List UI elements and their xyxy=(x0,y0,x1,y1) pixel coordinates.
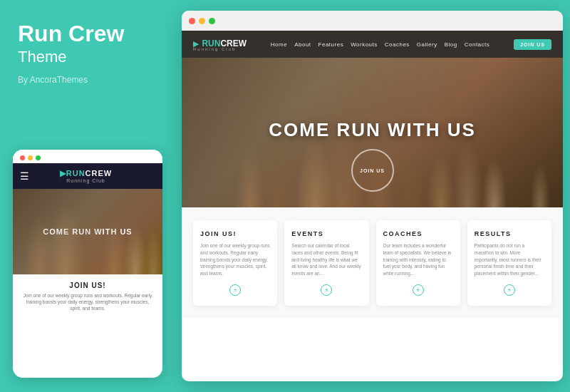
card-coaches: COACHES Our team includes a wonderful te… xyxy=(376,220,460,306)
card-results: RESULTS Participants do not run a marath… xyxy=(467,220,551,306)
card-events-title: EVENTS xyxy=(291,230,361,237)
brand-title: Run Crew Theme xyxy=(18,21,157,66)
titlebar-dot-yellow xyxy=(199,18,205,24)
nav-link-contacts[interactable]: Contacts xyxy=(465,41,490,48)
nav-link-features[interactable]: Features xyxy=(318,41,344,48)
desktop-logo: ▶ RUNCREW Running Club xyxy=(193,37,247,51)
desktop-mockup: ▶ RUNCREW Running Club Home About Featur… xyxy=(182,11,563,381)
cards-section: JOIN US! Join one of our weekly group ru… xyxy=(182,207,563,319)
mobile-hero: COME RUN WITH US xyxy=(13,189,162,274)
titlebar-dot-red xyxy=(189,18,195,24)
card-events-icon-row: + xyxy=(291,284,361,296)
desktop-titlebar xyxy=(182,11,563,31)
nav-link-home[interactable]: Home xyxy=(271,41,287,48)
mobile-nav: ☰ ▶RUNCREW Running Club xyxy=(13,163,162,189)
hero-title: COME RUN WITH US xyxy=(269,119,476,141)
mobile-join-text: Join one of our weekly group runs and wo… xyxy=(21,292,154,311)
titlebar-dot-green xyxy=(209,18,215,24)
mobile-dot-yellow xyxy=(28,155,33,160)
card-join-icon-row: + xyxy=(200,284,270,296)
nav-link-gallery[interactable]: Gallery xyxy=(417,41,437,48)
nav-link-about[interactable]: About xyxy=(294,41,311,48)
card-coaches-icon-row: + xyxy=(383,284,453,296)
left-panel: Run Crew Theme By AncoraThemes ☰ ▶RUNCRE… xyxy=(0,0,175,392)
desktop-hero: COME RUN WITH US JOIN US xyxy=(182,58,563,207)
card-join-title: JOIN US! xyxy=(200,230,270,237)
hero-join-button[interactable]: JOIN US xyxy=(351,149,394,192)
card-join-icon[interactable]: + xyxy=(229,284,241,296)
card-results-title: RESULTS xyxy=(475,230,544,237)
card-coaches-title: COACHES xyxy=(383,230,453,237)
card-results-icon-row: + xyxy=(475,284,544,296)
card-coaches-icon[interactable]: + xyxy=(413,284,424,296)
mobile-dot-red xyxy=(20,155,25,160)
mobile-titlebar xyxy=(13,150,162,163)
mobile-join-section: JOIN US! Join one of our weekly group ru… xyxy=(13,274,162,319)
card-coaches-text: Our team includes a wonderful team of sp… xyxy=(383,242,453,277)
desktop-cta-button[interactable]: JOIN US xyxy=(514,39,551,50)
mobile-join-title: JOIN US! xyxy=(21,282,154,289)
mobile-tagline: Running Club xyxy=(60,178,112,183)
card-events-text: Search our calendar of local races and o… xyxy=(291,242,361,277)
card-events-icon[interactable]: + xyxy=(321,284,332,296)
brand-by: By AncoraThemes xyxy=(18,75,157,85)
desktop-nav-links: Home About Features Workouts Coaches Gal… xyxy=(271,41,489,48)
card-events: EVENTS Search our calendar of local race… xyxy=(284,220,368,306)
hamburger-icon[interactable]: ☰ xyxy=(20,170,29,182)
mobile-hero-bg xyxy=(13,189,162,274)
nav-link-coaches[interactable]: Coaches xyxy=(385,41,410,48)
nav-link-blog[interactable]: Blog xyxy=(445,41,457,48)
mobile-dot-green xyxy=(36,155,41,160)
desktop-nav: ▶ RUNCREW Running Club Home About Featur… xyxy=(182,31,563,58)
card-join: JOIN US! Join one of our weekly group ru… xyxy=(193,220,277,306)
nav-link-workouts[interactable]: Workouts xyxy=(351,41,378,48)
mobile-mockup: ☰ ▶RUNCREW Running Club COME RUN WITH US… xyxy=(13,150,162,378)
mobile-logo: ▶RUNCREW xyxy=(60,169,112,178)
card-join-text: Join one of our weekly group runs and wo… xyxy=(200,242,270,277)
card-results-icon[interactable]: + xyxy=(504,284,515,296)
card-results-text: Participants do not run a marathon to wi… xyxy=(475,242,544,277)
